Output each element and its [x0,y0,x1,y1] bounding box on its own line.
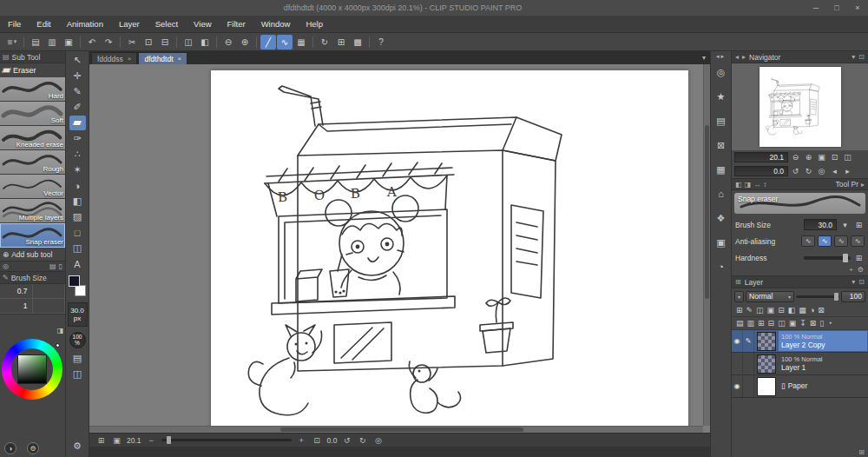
history-panel-icon[interactable]: ◔ [713,259,729,275]
navigator-zoom-value[interactable]: 20.1 [734,152,788,162]
layer-opacity-thumb[interactable] [834,293,838,301]
panel-menu-icon[interactable]: ▾ [852,53,855,61]
layer-tool-icon[interactable]: ✎ [746,306,753,315]
layer-row-layer2-copy[interactable]: ◉ ✎ 100 % Normal Layer 2 Copy [732,330,868,353]
layer-tool-icon[interactable]: ▣ [767,306,775,315]
vertical-scrollbar-thumb[interactable] [705,125,709,299]
quick-access-icon[interactable]: ◎ [713,64,729,80]
hue-selector-dot[interactable] [56,343,60,348]
pen-tool-icon[interactable]: ✎ [69,84,86,99]
tab-overflow-caret-icon[interactable]: ▾ [702,54,706,62]
subtool-item-kneaded[interactable]: Kneaded erase [0,126,65,150]
brush-size-options-icon[interactable]: ⊞ [853,219,865,230]
menu-help[interactable]: Help [298,16,331,32]
snap-grid-icon[interactable]: ▦ [293,35,309,50]
layer-row-paper[interactable]: ◉ ▯ Paper [732,375,868,398]
zoom-plus-icon[interactable]: + [296,436,307,445]
layer-tool-icon[interactable]: ⊠ [818,306,825,315]
eye-icon[interactable]: ◉ [732,375,743,397]
arrow-vertical-icon[interactable]: ↕ [763,181,766,189]
edit-pen-icon[interactable]: ✎ [743,330,754,352]
color-mixer-icon[interactable]: ◑ [4,442,16,454]
menu-filter[interactable]: Filter [220,16,253,32]
text-tool-icon[interactable]: A [69,256,86,271]
wrench-icon[interactable]: ⚙ [858,266,864,275]
menu-window[interactable]: Window [253,16,299,32]
main-menu-button[interactable]: ≡▾ [4,35,20,50]
trash-icon[interactable]: ▯ [59,262,62,270]
panel-menu-icon[interactable]: ▾ [852,278,855,286]
rotate-right-icon[interactable]: ↻ [357,436,368,445]
nav-actual-size-icon[interactable]: ⊡ [829,152,840,163]
eraser-tool-icon[interactable] [69,116,86,130]
new-layer-icon[interactable]: ▤ [736,319,744,328]
close-icon[interactable]: × [178,55,182,63]
minimize-button[interactable]: ─ [806,0,826,16]
subtool-item-rough[interactable]: Rough [0,150,65,175]
strip-scroll-arrows[interactable]: ◂▸ [716,53,726,64]
save-file-icon[interactable]: ▣ [61,35,76,50]
brush-size-caret-icon[interactable]: ▾ [839,219,851,230]
menu-edit[interactable]: Edit [29,16,58,32]
panel-dock-icon[interactable]: ⊡ [858,53,865,61]
panel-dock-icon[interactable]: ⊡ [858,278,865,286]
navigator-title[interactable]: Navigator [749,53,780,62]
fit-screen-icon[interactable]: ⊞ [95,436,107,445]
apply-mask-icon[interactable]: ▣ [789,319,797,328]
close-icon[interactable]: × [128,55,132,63]
nav-fit-icon[interactable]: ▣ [816,152,827,163]
reset-rotation-icon[interactable]: ◎ [372,436,384,445]
chevron-right-icon[interactable]: ▸ [721,53,727,59]
zoom-minus-icon[interactable]: − [146,436,157,445]
settings-gear-icon[interactable]: ⚙ [27,442,39,454]
zoom-slider[interactable] [161,439,292,441]
menu-layer[interactable]: Layer [111,16,148,32]
paper-thumbnail[interactable] [757,377,776,396]
subtool-item-snap-eraser[interactable]: Snap eraser [0,223,65,248]
horizontal-scrollbar[interactable] [89,426,703,433]
brush-size-preset-empty[interactable] [33,284,66,299]
grid-toggle-icon[interactable]: ⊞ [333,35,349,50]
new-file-icon[interactable]: ▤ [28,35,43,50]
layer-tool-icon[interactable]: ▦ [799,306,806,315]
navigator-thumbnail[interactable] [760,67,841,147]
rotate-reset-icon[interactable]: ↻ [317,35,332,50]
layer-history-icon[interactable]: ◔ [827,319,832,328]
hardness-slider-thumb[interactable] [843,254,848,262]
menu-file[interactable]: File [0,16,29,32]
airbrush-tool-icon[interactable]: ∴ [69,147,86,162]
canvas[interactable] [211,70,688,432]
maximize-button[interactable]: □ [826,0,847,16]
material-library-icon[interactable]: ▤ [713,113,729,129]
document-tab-active[interactable]: dfdthdtdt × [138,52,187,64]
snap-ruler-icon[interactable]: ╱ [260,35,276,50]
add-setting-icon[interactable]: + [849,266,853,275]
brush-size-preset[interactable]: 1 [0,299,33,314]
transfer-down-icon[interactable]: ↧ [799,319,806,328]
zoom-out-icon[interactable]: ⊖ [220,35,236,50]
reset-view-icon[interactable]: ⊡ [312,436,323,445]
layer-opacity-slider[interactable] [796,295,839,298]
layer-thumbnail[interactable] [757,332,776,351]
decoration-tool-icon[interactable]: ✶ [69,162,86,177]
layer-opacity-value[interactable]: 100 [841,291,865,302]
erase-icon[interactable]: ◫ [181,35,196,50]
open-file-icon[interactable]: ▥ [44,35,60,50]
search-icon[interactable]: ◎ [3,262,9,270]
anti-aliasing-strong-button[interactable]: ∿ [851,235,865,247]
subtool-item-multiple-layers[interactable]: Multiple layers [0,199,65,223]
layer-row-layer1[interactable]: 100 % Normal Layer 1 [732,353,868,375]
saturation-value-square[interactable] [17,354,47,384]
hardness-slider[interactable] [804,256,851,260]
pencil-tool-icon[interactable]: ✐ [69,100,86,115]
brush-size-preset-empty[interactable] [33,299,66,314]
cut-icon[interactable]: ✂ [124,35,140,50]
nav-frame-icon[interactable]: ◫ [842,152,853,163]
menu-view[interactable]: View [186,16,219,32]
opacity-indicator[interactable]: 100 % [69,332,86,348]
nav-reset-rotation-icon[interactable]: ◎ [816,166,827,177]
navigator-rotation-value[interactable]: 0.0 [734,166,788,176]
anti-aliasing-medium-button[interactable]: ∿ [834,235,848,247]
brush-tool-icon[interactable]: ✑ [69,131,86,146]
chevron-left-icon[interactable]: ◂ [735,53,739,61]
